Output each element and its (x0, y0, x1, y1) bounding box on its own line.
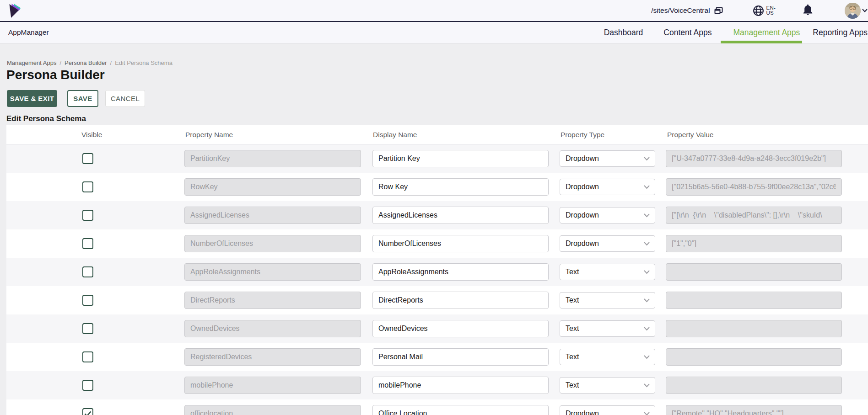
header-visible: Visible (81, 131, 102, 139)
visible-checkbox[interactable] (82, 408, 93, 415)
table-row: Text (6, 258, 868, 286)
property-type-select[interactable]: Dropdown (560, 235, 655, 252)
bell-icon (803, 4, 813, 15)
display-name-input[interactable] (372, 207, 549, 224)
property-value-input (666, 263, 842, 281)
property-type-select[interactable]: Dropdown (560, 150, 655, 167)
table-row: Dropdown (6, 144, 868, 173)
section-heading: Edit Persona Schema (6, 114, 868, 123)
visible-checkbox[interactable] (82, 323, 93, 334)
tab-dashboard[interactable]: Dashboard (604, 22, 643, 43)
page-title: Persona Builder (6, 68, 868, 82)
windows-icon[interactable] (714, 7, 723, 15)
save-exit-button[interactable]: SAVE & EXIT (7, 90, 57, 107)
property-value-input (666, 377, 842, 394)
save-button[interactable]: SAVE (67, 90, 98, 107)
property-type-select[interactable]: Text (560, 320, 655, 337)
table-row: Dropdown (6, 399, 868, 415)
display-name-input[interactable] (372, 150, 549, 167)
chevron-down-icon (643, 156, 650, 161)
tab-management-apps[interactable]: Management Apps (733, 22, 800, 43)
chevron-down-icon (643, 270, 650, 274)
property-type-select[interactable]: Text (560, 349, 655, 365)
user-menu[interactable] (845, 3, 868, 19)
property-value-input (666, 292, 842, 309)
chevron-down-icon (643, 298, 650, 303)
visible-checkbox[interactable] (82, 210, 93, 221)
chevron-down-icon (643, 411, 650, 415)
property-name-input (184, 320, 361, 337)
chevron-down-icon (862, 8, 868, 13)
table-row: Text (6, 371, 868, 399)
notifications-button[interactable] (803, 4, 813, 17)
property-value-input (666, 178, 842, 196)
visible-checkbox[interactable] (82, 295, 93, 306)
property-name-input (184, 377, 361, 394)
table-header: Visible Property Name Display Name Prope… (6, 125, 868, 144)
property-value-input (666, 348, 842, 366)
tab-content-apps[interactable]: Content Apps (663, 22, 712, 43)
globe-icon (753, 5, 764, 16)
property-value-input (666, 405, 842, 415)
schema-table-body: Dropdown Dropdown (6, 144, 868, 415)
visible-checkbox[interactable] (82, 181, 93, 192)
header-property-type: Property Type (561, 131, 604, 139)
property-name-input (184, 207, 361, 224)
visible-checkbox[interactable] (82, 380, 93, 391)
header-property-value: Property Value (667, 131, 713, 139)
property-name-input (184, 348, 361, 366)
avatar (845, 3, 861, 19)
language-selector[interactable]: EN-US (753, 5, 776, 16)
property-type-select[interactable]: Text (560, 377, 655, 394)
brand: AppManager (8, 28, 49, 37)
display-name-input[interactable] (372, 405, 549, 415)
property-value-input (666, 207, 842, 224)
display-name-input[interactable] (372, 178, 549, 196)
chevron-down-icon (643, 355, 650, 359)
visible-checkbox[interactable] (82, 266, 93, 277)
schema-table: Visible Property Name Display Name Prope… (6, 125, 868, 415)
property-type-select[interactable]: Dropdown (560, 179, 655, 195)
property-name-input (184, 235, 361, 252)
property-value-input (666, 235, 842, 252)
table-row: Text (6, 314, 868, 343)
tab-reporting-apps[interactable]: Reporting Apps (813, 22, 868, 43)
property-name-input (184, 263, 361, 281)
property-name-input (184, 150, 361, 167)
breadcrumb-persona-builder[interactable]: Persona Builder (65, 59, 107, 66)
check-icon (84, 411, 92, 415)
display-name-input[interactable] (372, 377, 549, 394)
display-name-input[interactable] (372, 348, 549, 366)
property-type-select[interactable]: Dropdown (560, 207, 655, 223)
breadcrumb-management-apps[interactable]: Management Apps (7, 59, 56, 66)
property-type-select[interactable]: Text (560, 292, 655, 309)
breadcrumb-edit-persona-schema: Edit Persona Schema (115, 59, 173, 66)
top-bar: /sites/VoiceCentral EN-US (0, 0, 868, 22)
visible-checkbox[interactable] (82, 351, 93, 362)
toolbar: SAVE & EXIT SAVE CANCEL (7, 90, 868, 107)
display-name-input[interactable] (372, 235, 549, 252)
table-row: Text (6, 286, 868, 314)
site-path-label: /sites/VoiceCentral (651, 6, 710, 15)
table-row: Text (6, 343, 868, 371)
visible-checkbox[interactable] (82, 153, 93, 164)
chevron-down-icon (643, 185, 650, 189)
locale-label: EN-US (766, 5, 776, 16)
property-name-input (184, 405, 361, 415)
display-name-input[interactable] (372, 320, 549, 337)
display-name-input[interactable] (372, 263, 549, 281)
header-display-name: Display Name (373, 131, 417, 139)
chevron-down-icon (643, 326, 650, 331)
property-name-input (184, 178, 361, 196)
visible-checkbox[interactable] (82, 238, 93, 249)
app-logo-icon[interactable] (9, 4, 21, 18)
main-content: Management Apps/Persona Builder/Edit Per… (0, 59, 868, 415)
site-path[interactable]: /sites/VoiceCentral (651, 6, 722, 15)
property-type-select[interactable]: Text (560, 264, 655, 280)
nav-bar: AppManager Dashboard Content Apps Manage… (0, 22, 868, 43)
display-name-input[interactable] (372, 292, 549, 309)
table-row: Dropdown (6, 201, 868, 229)
property-type-select[interactable]: Dropdown (560, 405, 655, 415)
cancel-button[interactable]: CANCEL (105, 90, 145, 107)
chevron-down-icon (643, 241, 650, 246)
